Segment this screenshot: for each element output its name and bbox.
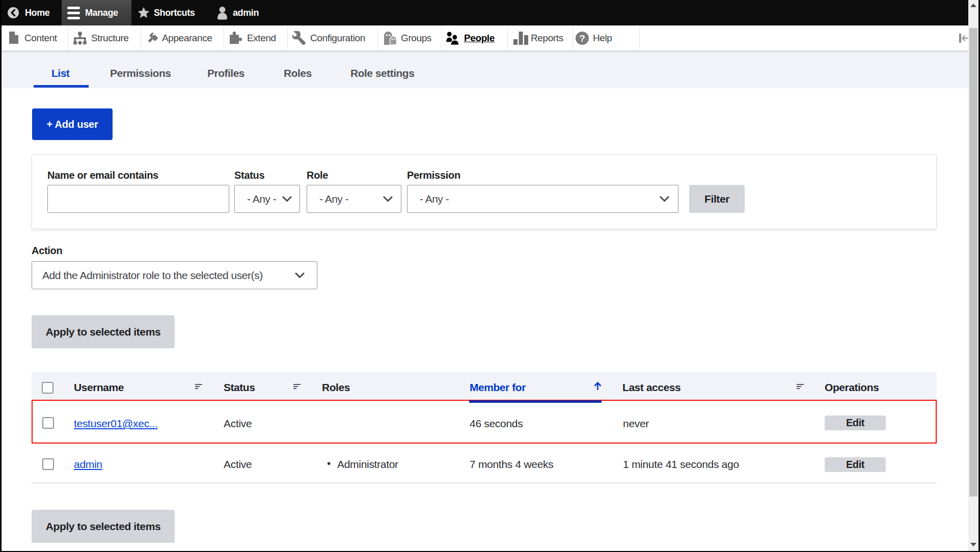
svg-text:?: ?	[579, 33, 585, 44]
